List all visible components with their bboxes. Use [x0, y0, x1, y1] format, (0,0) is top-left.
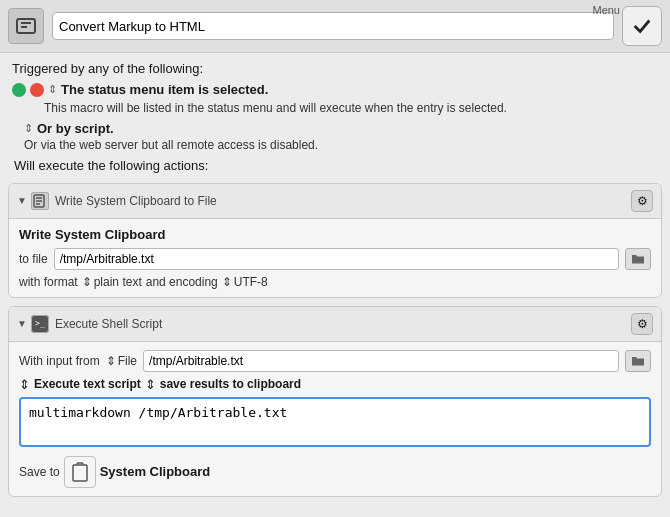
- trigger-2-sort-arrows[interactable]: ⇕: [24, 122, 33, 135]
- action-1-header: ▼ Write System Clipboard to File ⚙: [9, 184, 661, 219]
- save-to-label: Save to: [19, 465, 60, 479]
- header: Menu: [0, 0, 670, 53]
- format-select[interactable]: ⇕ plain text: [82, 275, 142, 289]
- trigger-2-label: Or by script.: [37, 121, 114, 136]
- shell-script-icon: >_: [32, 316, 48, 332]
- actions-section: ▼ Write System Clipboard to File ⚙ Write…: [0, 183, 670, 513]
- to-file-folder-button[interactable]: [625, 248, 651, 270]
- add-trigger-button[interactable]: [12, 83, 26, 97]
- save-results-arrows[interactable]: ⇕: [145, 377, 156, 392]
- action-block-2: ▼ >_ Execute Shell Script ⚙ With input f…: [8, 306, 662, 497]
- with-format-label: with format: [19, 275, 78, 289]
- action-1-title: Write System Clipboard to File: [55, 194, 631, 208]
- format-arrows: ⇕: [82, 275, 92, 289]
- trigger-sort-arrows[interactable]: ⇕: [48, 83, 57, 96]
- svg-rect-7: [73, 465, 87, 481]
- execute-option-arrows[interactable]: ⇕: [19, 377, 30, 392]
- action-1-gear-button[interactable]: ⚙: [631, 190, 653, 212]
- trigger-row-1: ⇕ The status menu item is selected.: [12, 82, 658, 97]
- execute-options-row: ⇕ Execute text script ⇕ save results to …: [19, 377, 651, 392]
- input-type-select[interactable]: ⇕ File: [106, 354, 137, 368]
- shell-code-textarea[interactable]: multimarkdown /tmp/Arbitrable.txt: [19, 397, 651, 447]
- trigger-2-description: Or via the web server but all remote acc…: [24, 138, 658, 152]
- macro-icon: [8, 8, 44, 44]
- trigger-section: Triggered by any of the following: ⇕ The…: [0, 53, 670, 183]
- encoding-select[interactable]: ⇕ UTF-8: [222, 275, 268, 289]
- actions-title: Will execute the following actions:: [14, 158, 658, 173]
- checkmark-button[interactable]: [622, 6, 662, 46]
- action-2-body: With input from ⇕ File ⇕ Execute text sc…: [9, 342, 661, 496]
- encoding-arrows: ⇕: [222, 275, 232, 289]
- format-row: with format ⇕ plain text and encoding ⇕ …: [19, 275, 651, 289]
- action-1-collapse-arrow[interactable]: ▼: [17, 195, 27, 206]
- input-type-arrows: ⇕: [106, 354, 116, 368]
- action-2-header: ▼ >_ Execute Shell Script ⚙: [9, 307, 661, 342]
- macro-title-input[interactable]: [52, 12, 614, 40]
- menu-label: Menu: [592, 4, 620, 16]
- trigger-title: Triggered by any of the following:: [12, 61, 658, 76]
- to-file-label: to file: [19, 252, 48, 266]
- trigger-row-2: ⇕ Or by script.: [24, 121, 658, 136]
- clipboard-label: System Clipboard: [100, 464, 211, 479]
- input-from-row: With input from ⇕ File: [19, 350, 651, 372]
- encoding-value: UTF-8: [234, 275, 268, 289]
- save-to-row: Save to System Clipboard: [19, 456, 651, 488]
- to-file-input[interactable]: [54, 248, 619, 270]
- action-2-gear-button[interactable]: ⚙: [631, 313, 653, 335]
- action-2-icon: >_: [31, 315, 49, 333]
- action-2-collapse-arrow[interactable]: ▼: [17, 318, 27, 329]
- action-1-subtitle: Write System Clipboard: [19, 227, 651, 242]
- execute-option-label: Execute text script: [34, 377, 141, 391]
- with-input-label: With input from: [19, 354, 100, 368]
- action-2-title: Execute Shell Script: [55, 317, 631, 331]
- remove-trigger-button[interactable]: [30, 83, 44, 97]
- clipboard-icon: [64, 456, 96, 488]
- trigger-1-label: The status menu item is selected.: [61, 82, 268, 97]
- action-block-1: ▼ Write System Clipboard to File ⚙ Write…: [8, 183, 662, 298]
- format-value: plain text: [94, 275, 142, 289]
- trigger-1-description: This macro will be listed in the status …: [44, 100, 658, 117]
- input-file-input[interactable]: [143, 350, 619, 372]
- save-results-label: save results to clipboard: [160, 377, 301, 391]
- action-1-icon: [31, 192, 49, 210]
- to-file-row: to file: [19, 248, 651, 270]
- and-encoding-label: and encoding: [146, 275, 218, 289]
- input-file-folder-button[interactable]: [625, 350, 651, 372]
- input-type-value: File: [118, 354, 137, 368]
- action-1-body: Write System Clipboard to file with form…: [9, 219, 661, 297]
